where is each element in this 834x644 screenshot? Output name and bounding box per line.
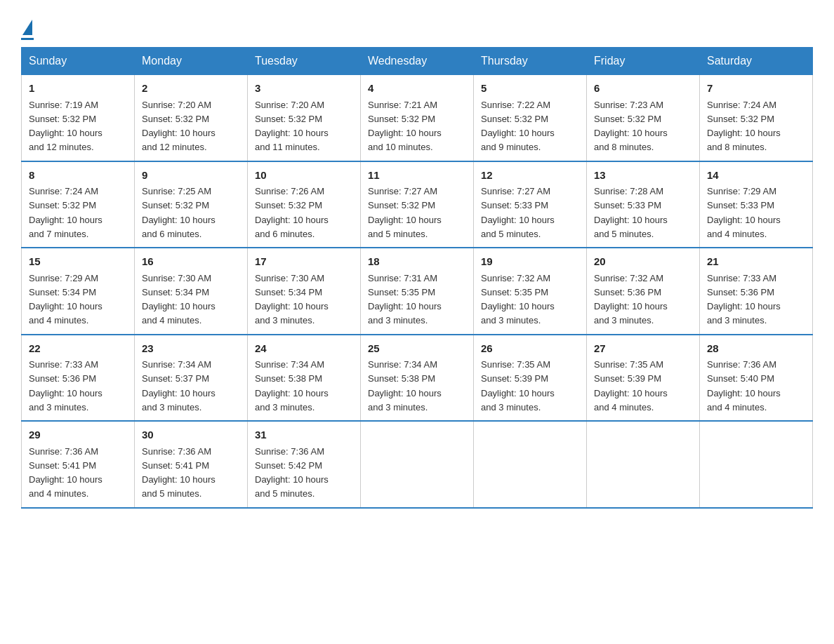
day-number: 5 [481, 81, 579, 97]
logo-underline [21, 38, 34, 40]
logo-triangle-icon [22, 20, 32, 35]
calendar-cell: 26 Sunrise: 7:35 AMSunset: 5:39 PMDaylig… [474, 335, 587, 422]
day-info: Sunrise: 7:36 AMSunset: 5:40 PMDaylight:… [707, 359, 781, 412]
calendar-cell: 9 Sunrise: 7:25 AMSunset: 5:32 PMDayligh… [135, 161, 248, 248]
calendar-week-row: 8 Sunrise: 7:24 AMSunset: 5:32 PMDayligh… [22, 161, 813, 248]
calendar-cell: 25 Sunrise: 7:34 AMSunset: 5:38 PMDaylig… [361, 335, 474, 422]
day-header-tuesday: Tuesday [248, 48, 361, 75]
day-info: Sunrise: 7:25 AMSunset: 5:32 PMDaylight:… [142, 186, 216, 239]
calendar-cell: 22 Sunrise: 7:33 AMSunset: 5:36 PMDaylig… [22, 335, 135, 422]
calendar-week-row: 1 Sunrise: 7:19 AMSunset: 5:32 PMDayligh… [22, 75, 813, 161]
day-info: Sunrise: 7:26 AMSunset: 5:32 PMDaylight:… [255, 186, 329, 239]
day-number: 11 [368, 168, 466, 184]
day-number: 23 [142, 341, 240, 357]
calendar-cell: 5 Sunrise: 7:22 AMSunset: 5:32 PMDayligh… [474, 75, 587, 161]
day-number: 19 [481, 254, 579, 270]
page-header [21, 14, 813, 40]
calendar-cell: 14 Sunrise: 7:29 AMSunset: 5:33 PMDaylig… [700, 161, 813, 248]
calendar-cell: 28 Sunrise: 7:36 AMSunset: 5:40 PMDaylig… [700, 335, 813, 422]
day-info: Sunrise: 7:36 AMSunset: 5:41 PMDaylight:… [142, 446, 216, 499]
day-info: Sunrise: 7:19 AMSunset: 5:32 PMDaylight:… [29, 100, 102, 153]
day-header-saturday: Saturday [700, 48, 813, 75]
day-number: 12 [481, 168, 579, 184]
day-number: 14 [707, 168, 805, 184]
day-info: Sunrise: 7:30 AMSunset: 5:34 PMDaylight:… [142, 273, 216, 326]
day-header-wednesday: Wednesday [361, 48, 474, 75]
day-info: Sunrise: 7:35 AMSunset: 5:39 PMDaylight:… [594, 359, 668, 412]
day-info: Sunrise: 7:31 AMSunset: 5:35 PMDaylight:… [368, 273, 442, 326]
day-number: 10 [255, 168, 353, 184]
day-info: Sunrise: 7:33 AMSunset: 5:36 PMDaylight:… [29, 359, 102, 412]
day-info: Sunrise: 7:29 AMSunset: 5:34 PMDaylight:… [29, 273, 102, 326]
day-info: Sunrise: 7:36 AMSunset: 5:42 PMDaylight:… [255, 446, 329, 499]
day-info: Sunrise: 7:35 AMSunset: 5:39 PMDaylight:… [481, 359, 555, 412]
day-info: Sunrise: 7:24 AMSunset: 5:32 PMDaylight:… [707, 100, 781, 153]
calendar-cell: 29 Sunrise: 7:36 AMSunset: 5:41 PMDaylig… [22, 421, 135, 508]
calendar-cell [700, 421, 813, 508]
logo [21, 21, 34, 40]
day-info: Sunrise: 7:32 AMSunset: 5:35 PMDaylight:… [481, 273, 555, 326]
day-number: 3 [255, 81, 353, 97]
day-info: Sunrise: 7:21 AMSunset: 5:32 PMDaylight:… [368, 100, 442, 153]
day-number: 27 [594, 341, 692, 357]
calendar-header-row: SundayMondayTuesdayWednesdayThursdayFrid… [22, 48, 813, 75]
day-number: 28 [707, 341, 805, 357]
day-number: 25 [368, 341, 466, 357]
day-info: Sunrise: 7:23 AMSunset: 5:32 PMDaylight:… [594, 100, 668, 153]
calendar-cell: 3 Sunrise: 7:20 AMSunset: 5:32 PMDayligh… [248, 75, 361, 161]
day-number: 21 [707, 254, 805, 270]
calendar-cell: 27 Sunrise: 7:35 AMSunset: 5:39 PMDaylig… [587, 335, 700, 422]
calendar-cell: 17 Sunrise: 7:30 AMSunset: 5:34 PMDaylig… [248, 248, 361, 335]
day-info: Sunrise: 7:34 AMSunset: 5:38 PMDaylight:… [255, 359, 329, 412]
day-info: Sunrise: 7:34 AMSunset: 5:37 PMDaylight:… [142, 359, 216, 412]
calendar-cell: 24 Sunrise: 7:34 AMSunset: 5:38 PMDaylig… [248, 335, 361, 422]
day-info: Sunrise: 7:30 AMSunset: 5:34 PMDaylight:… [255, 273, 329, 326]
calendar-cell: 8 Sunrise: 7:24 AMSunset: 5:32 PMDayligh… [22, 161, 135, 248]
day-header-sunday: Sunday [22, 48, 135, 75]
day-number: 17 [255, 254, 353, 270]
calendar-cell: 2 Sunrise: 7:20 AMSunset: 5:32 PMDayligh… [135, 75, 248, 161]
day-info: Sunrise: 7:20 AMSunset: 5:32 PMDaylight:… [255, 100, 329, 153]
day-number: 22 [29, 341, 127, 357]
calendar-cell: 1 Sunrise: 7:19 AMSunset: 5:32 PMDayligh… [22, 75, 135, 161]
calendar-cell: 30 Sunrise: 7:36 AMSunset: 5:41 PMDaylig… [135, 421, 248, 508]
day-info: Sunrise: 7:27 AMSunset: 5:32 PMDaylight:… [368, 186, 442, 239]
day-info: Sunrise: 7:33 AMSunset: 5:36 PMDaylight:… [707, 273, 781, 326]
day-header-monday: Monday [135, 48, 248, 75]
calendar-cell [474, 421, 587, 508]
calendar-cell: 23 Sunrise: 7:34 AMSunset: 5:37 PMDaylig… [135, 335, 248, 422]
day-number: 16 [142, 254, 240, 270]
calendar-cell: 31 Sunrise: 7:36 AMSunset: 5:42 PMDaylig… [248, 421, 361, 508]
day-info: Sunrise: 7:20 AMSunset: 5:32 PMDaylight:… [142, 100, 216, 153]
calendar-cell: 7 Sunrise: 7:24 AMSunset: 5:32 PMDayligh… [700, 75, 813, 161]
calendar-week-row: 15 Sunrise: 7:29 AMSunset: 5:34 PMDaylig… [22, 248, 813, 335]
day-info: Sunrise: 7:22 AMSunset: 5:32 PMDaylight:… [481, 100, 555, 153]
calendar-cell: 16 Sunrise: 7:30 AMSunset: 5:34 PMDaylig… [135, 248, 248, 335]
calendar-cell [361, 421, 474, 508]
day-number: 31 [255, 427, 353, 443]
calendar-cell: 12 Sunrise: 7:27 AMSunset: 5:33 PMDaylig… [474, 161, 587, 248]
day-number: 26 [481, 341, 579, 357]
calendar-cell: 15 Sunrise: 7:29 AMSunset: 5:34 PMDaylig… [22, 248, 135, 335]
calendar-week-row: 29 Sunrise: 7:36 AMSunset: 5:41 PMDaylig… [22, 421, 813, 508]
calendar-cell: 18 Sunrise: 7:31 AMSunset: 5:35 PMDaylig… [361, 248, 474, 335]
day-number: 4 [368, 81, 466, 97]
day-number: 8 [29, 168, 127, 184]
calendar-week-row: 22 Sunrise: 7:33 AMSunset: 5:36 PMDaylig… [22, 335, 813, 422]
day-number: 6 [594, 81, 692, 97]
calendar-cell: 13 Sunrise: 7:28 AMSunset: 5:33 PMDaylig… [587, 161, 700, 248]
day-info: Sunrise: 7:29 AMSunset: 5:33 PMDaylight:… [707, 186, 781, 239]
calendar-cell: 21 Sunrise: 7:33 AMSunset: 5:36 PMDaylig… [700, 248, 813, 335]
calendar-cell: 19 Sunrise: 7:32 AMSunset: 5:35 PMDaylig… [474, 248, 587, 335]
calendar-cell: 10 Sunrise: 7:26 AMSunset: 5:32 PMDaylig… [248, 161, 361, 248]
day-number: 20 [594, 254, 692, 270]
day-number: 15 [29, 254, 127, 270]
day-header-thursday: Thursday [474, 48, 587, 75]
day-header-friday: Friday [587, 48, 700, 75]
day-number: 2 [142, 81, 240, 97]
logo-text [21, 21, 34, 36]
calendar-cell: 6 Sunrise: 7:23 AMSunset: 5:32 PMDayligh… [587, 75, 700, 161]
day-number: 7 [707, 81, 805, 97]
day-info: Sunrise: 7:28 AMSunset: 5:33 PMDaylight:… [594, 186, 668, 239]
day-number: 30 [142, 427, 240, 443]
